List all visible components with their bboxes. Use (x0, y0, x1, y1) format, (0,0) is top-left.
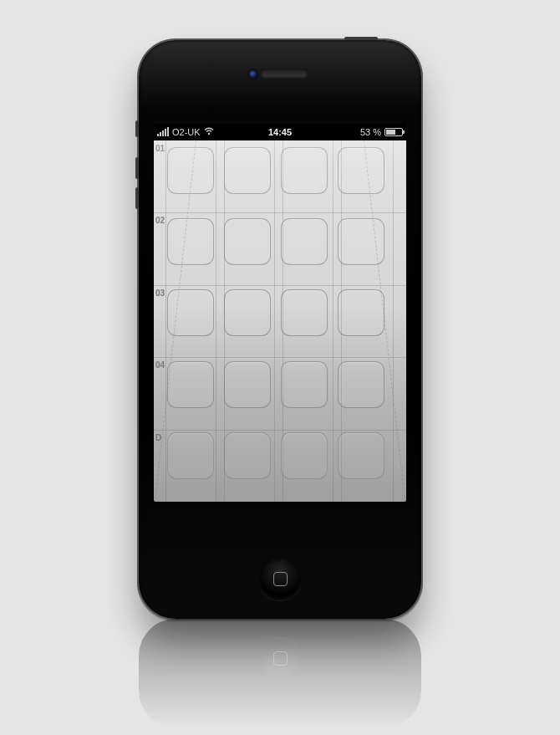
icon-placeholder[interactable] (224, 361, 271, 408)
power-button[interactable] (344, 37, 378, 40)
iphone-device-frame: O2-UK 14:45 53 % (139, 40, 421, 619)
mute-switch[interactable] (135, 120, 139, 137)
icon-row-4 (167, 360, 396, 431)
dock-row (167, 431, 396, 502)
wifi-icon (204, 127, 214, 137)
icon-placeholder[interactable] (338, 432, 384, 479)
icon-placeholder[interactable] (281, 432, 328, 479)
row-label-02: 02 (155, 216, 165, 225)
icon-placeholder[interactable] (281, 218, 328, 265)
icon-placeholder[interactable] (338, 218, 384, 265)
home-button[interactable] (258, 557, 302, 600)
status-bar: O2-UK 14:45 53 % (154, 124, 406, 140)
icon-placeholder[interactable] (224, 147, 271, 194)
device-screen: O2-UK 14:45 53 % (154, 124, 406, 502)
icon-placeholder[interactable] (281, 361, 328, 408)
icon-row-1 (167, 145, 396, 217)
row-label-03: 03 (155, 288, 165, 298)
icon-placeholder[interactable] (167, 218, 214, 265)
carrier-label: O2-UK (172, 127, 201, 137)
row-label-dock: D (155, 433, 161, 442)
icon-placeholder[interactable] (167, 147, 214, 194)
volume-up-button[interactable] (135, 157, 139, 179)
svg-point-0 (207, 133, 209, 135)
icon-placeholder[interactable] (338, 361, 384, 408)
volume-down-button[interactable] (135, 187, 139, 209)
icon-placeholder[interactable] (281, 289, 328, 336)
icon-row-2 (167, 217, 396, 288)
icon-placeholder[interactable] (224, 432, 271, 479)
battery-icon (384, 128, 403, 136)
icon-placeholder[interactable] (338, 147, 384, 194)
row-label-01: 01 (155, 144, 165, 153)
row-label-04: 04 (155, 360, 165, 370)
battery-percent-label: 53 % (360, 127, 381, 137)
icon-placeholder[interactable] (167, 432, 214, 479)
front-camera (249, 70, 257, 79)
icon-placeholder[interactable] (281, 147, 328, 194)
home-screen-wallpaper: 01 02 03 04 D (154, 140, 406, 502)
icon-placeholder[interactable] (338, 289, 384, 336)
signal-strength-icon (157, 128, 169, 136)
icon-placeholder[interactable] (167, 361, 214, 408)
home-button-glyph (273, 572, 288, 586)
earpiece-speaker (261, 69, 308, 78)
icon-placeholder[interactable] (224, 218, 271, 265)
icon-placeholder[interactable] (224, 289, 271, 336)
icon-row-3 (167, 288, 396, 359)
icon-placeholder[interactable] (167, 289, 214, 336)
device-reflection (139, 619, 421, 727)
